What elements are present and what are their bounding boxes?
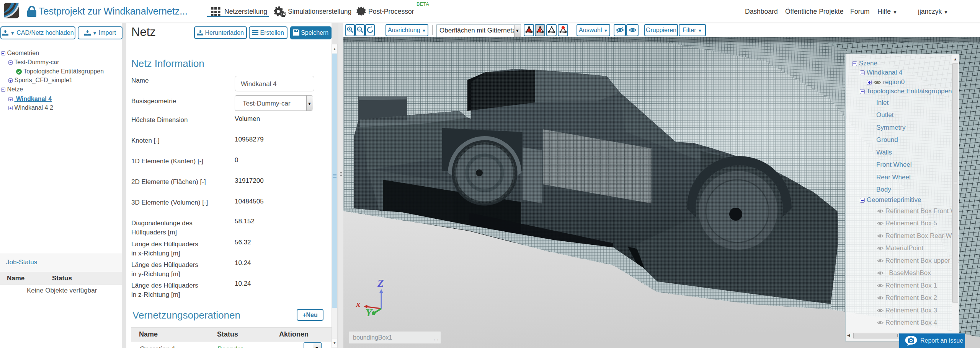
svg-text:x: x [356,299,360,309]
svg-text:Y: Y [366,307,373,319]
svg-text:Z: Z [377,278,384,289]
